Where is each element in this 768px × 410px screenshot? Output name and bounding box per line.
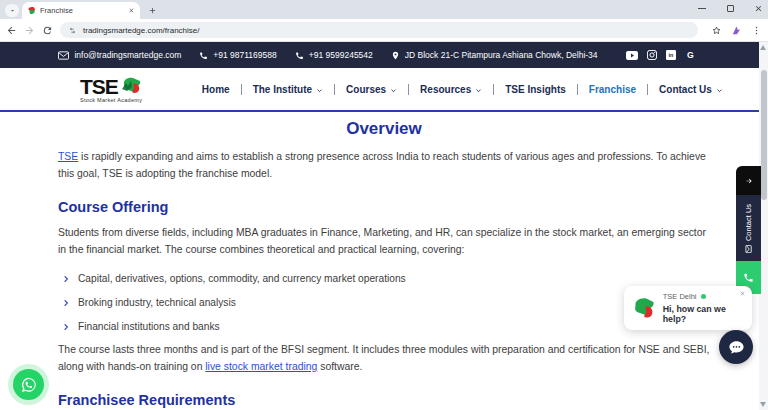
main-navbar: TSE Stock Market Academy Home The Instit… (0, 68, 768, 112)
phone-text-1: +91 9871169588 (213, 50, 276, 60)
nav-item-contact-us[interactable]: Contact Us (647, 84, 734, 95)
chevron-down-icon (716, 87, 723, 94)
phone-icon (199, 51, 208, 60)
tse-chat-logo (632, 296, 656, 320)
reload-button[interactable] (42, 25, 53, 36)
nav-item-resources[interactable]: Resources (408, 84, 493, 95)
contact-us-side-button[interactable]: Contact Us (736, 195, 761, 261)
back-button[interactable] (6, 25, 17, 36)
list-item: Broking industry, technical analysis (62, 291, 710, 315)
email-link[interactable]: info@tradingsmartedge.com (58, 50, 181, 60)
whatsapp-button[interactable] (13, 369, 44, 400)
url-text: tradingsmartedge.com/franchise/ (83, 26, 200, 35)
bookmark-star-icon[interactable] (711, 25, 722, 36)
contact-us-vertical-label: Contact Us (744, 203, 753, 240)
svg-text:G: G (687, 50, 694, 60)
scroll-up-arrow-icon[interactable] (760, 45, 766, 50)
browser-tab-strip: Franchise (0, 0, 768, 19)
chat-message: Hi, how can we help? (663, 304, 744, 324)
page-content: Overview TSE is rapidly expanding and ai… (0, 119, 768, 410)
nav-item-the-institute[interactable]: The Institute (241, 84, 334, 95)
nav-item-courses[interactable]: Courses (334, 84, 408, 95)
tse-link[interactable]: TSE (58, 151, 78, 162)
chat-greeting-card[interactable]: TSE Delhi Hi, how can we help? (624, 286, 752, 330)
course-offering-paragraph: Students from diverse fields, including … (58, 224, 710, 258)
bullet-text: Financial institutions and banks (78, 321, 220, 332)
brand-logo[interactable]: TSE Stock Market Academy (80, 76, 143, 103)
youtube-icon[interactable] (626, 51, 638, 60)
browser-toolbar: tradingsmartedge.com/franchise/ (0, 19, 768, 42)
envelope-icon (58, 51, 69, 60)
chevron-down-icon (316, 87, 323, 94)
instagram-icon[interactable] (647, 50, 657, 60)
chevron-right-icon (62, 323, 70, 331)
nav-item-home[interactable]: Home (191, 84, 241, 95)
brand-tagline: Stock Market Academy (80, 97, 143, 103)
new-tab-button[interactable] (146, 4, 158, 16)
location-pin-icon (391, 50, 400, 61)
phone-text-2: +91 9599245542 (309, 50, 373, 60)
nav-item-tse-insights[interactable]: TSE Insights (493, 84, 577, 95)
tab-list-dropdown-button[interactable] (5, 4, 19, 17)
site-contact-bar: info@tradingsmartedge.com +91 9871169588… (0, 42, 768, 68)
nav-label: Courses (346, 84, 386, 95)
intro-paragraph: TSE is rapidly expanding and aims to est… (58, 148, 710, 182)
chevron-right-icon (62, 275, 70, 283)
closing-text-before: The course lasts three months and is par… (58, 344, 709, 372)
live-trading-link[interactable]: live stock market trading (205, 361, 317, 372)
email-text: info@tradingsmartedge.com (74, 50, 181, 60)
course-offering-heading: Course Offering (58, 199, 710, 215)
course-offering-list: Capital, derivatives, options, commodity… (62, 267, 710, 339)
bullet-text: Capital, derivatives, options, commodity… (78, 273, 406, 284)
list-item: Financial institutions and banks (62, 315, 710, 339)
site-favicon (27, 6, 36, 15)
scroll-down-arrow-icon[interactable] (760, 402, 766, 407)
chat-close-icon[interactable] (739, 290, 746, 297)
chat-bubble-icon (728, 339, 745, 356)
phone-icon (743, 272, 754, 283)
contact-side-tab: Contact Us (736, 166, 761, 294)
chevron-down-icon (9, 7, 16, 14)
page-title: Overview (0, 119, 768, 139)
browser-menu-icon[interactable] (751, 25, 762, 36)
bull-logo-icon (119, 76, 143, 96)
url-bar[interactable]: tradingsmartedge.com/franchise/ (60, 22, 698, 38)
chevron-right-icon (62, 299, 70, 307)
whatsapp-icon (20, 376, 38, 394)
intro-text: is rapidly expanding and aims to establi… (58, 151, 706, 179)
site-info-icon[interactable] (68, 26, 77, 35)
forward-button[interactable] (24, 25, 35, 36)
tab-close-icon[interactable] (128, 7, 135, 14)
chat-launcher-button[interactable] (719, 330, 753, 364)
window-minimize-button[interactable] (696, 2, 708, 14)
online-status-dot (701, 294, 706, 299)
window-close-button[interactable] (752, 2, 764, 14)
scrollbar-thumb[interactable] (761, 70, 767, 200)
tab-title: Franchise (40, 6, 124, 15)
course-closing-paragraph: The course lasts three months and is par… (58, 341, 710, 375)
nav-label: Contact Us (659, 84, 712, 95)
window-maximize-button[interactable] (724, 2, 736, 14)
address-item: JD Block 21-C Pitampura Ashiana Chowk, D… (391, 50, 598, 61)
nav-label: The Institute (253, 84, 312, 95)
address-text: JD Block 21-C Pitampura Ashiana Chowk, D… (405, 50, 598, 60)
phone-link-1[interactable]: +91 9871169588 (199, 50, 276, 60)
envelope-icon (745, 245, 752, 253)
linkedin-icon[interactable]: in (666, 50, 676, 60)
side-tab-collapse-button[interactable] (736, 166, 761, 195)
nav-item-franchise[interactable]: Franchise (577, 84, 647, 95)
chevron-down-icon (475, 87, 482, 94)
franchisee-requirements-heading: Franchisee Requirements (58, 392, 710, 408)
nav-label: Home (202, 84, 230, 95)
brand-name: TSE (80, 78, 118, 96)
chat-agent-name: TSE Delhi (663, 292, 697, 301)
browser-extension-icon[interactable] (731, 25, 742, 36)
phone-link-2[interactable]: +91 9599245542 (295, 50, 373, 60)
nav-label: TSE Insights (505, 84, 566, 95)
phone-icon (295, 51, 304, 60)
list-item: Capital, derivatives, options, commodity… (62, 267, 710, 291)
google-icon[interactable]: G (685, 50, 696, 61)
window-controls (696, 2, 764, 14)
arrow-right-icon (744, 177, 754, 185)
browser-tab-franchise[interactable]: Franchise (22, 2, 140, 19)
